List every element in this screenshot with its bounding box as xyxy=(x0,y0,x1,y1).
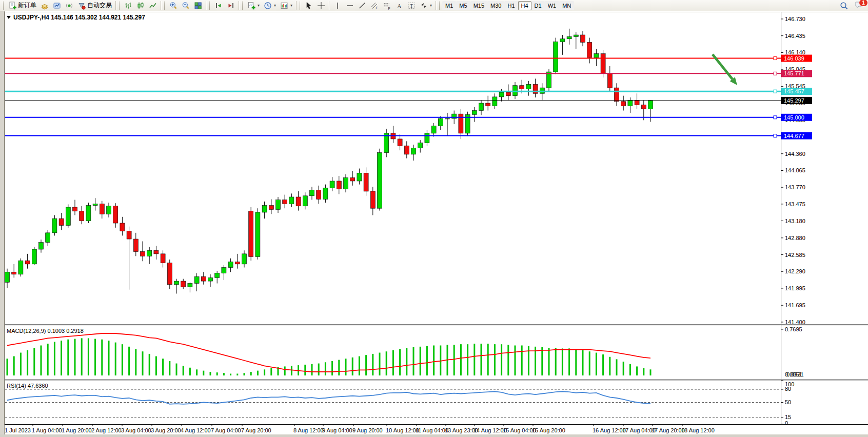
price-tick-label: 146.435 xyxy=(785,33,805,39)
vertical-line-button[interactable] xyxy=(331,1,344,11)
toolbar-grip xyxy=(209,2,211,10)
notifications-button[interactable]: 1 xyxy=(855,1,864,11)
auto-trading-label: 自动交易 xyxy=(87,1,112,10)
signals-button[interactable] xyxy=(63,1,75,11)
trendline-button[interactable] xyxy=(356,1,368,11)
zoom-out-button[interactable] xyxy=(180,1,192,11)
horizontal-line-button[interactable] xyxy=(344,1,356,11)
timeframe-m30-button[interactable]: M30 xyxy=(487,1,504,10)
candle-body xyxy=(276,200,281,210)
toolbar-grip xyxy=(119,2,121,10)
text-label-button[interactable]: T xyxy=(405,1,418,11)
hline-handle[interactable] xyxy=(774,134,777,137)
macd-scale-bottom: 0.0531 xyxy=(786,371,804,378)
toolbar-separator xyxy=(206,1,207,10)
candle-body xyxy=(249,211,253,257)
candle-body xyxy=(337,181,341,189)
toolbar-separator xyxy=(161,1,162,10)
rsi-scale-label: 15 xyxy=(785,414,791,420)
timeframe-m1-button[interactable]: M1 xyxy=(442,1,456,10)
chart-profile-button[interactable] xyxy=(38,1,51,11)
timeframe-h1-button[interactable]: H1 xyxy=(504,1,518,10)
candle-body xyxy=(262,206,267,212)
candle-body xyxy=(581,35,585,42)
candle-body xyxy=(615,88,619,102)
chart-title: USDJPY-,H4 145.146 145.302 144.921 145.2… xyxy=(7,14,145,21)
time-tick-label: 17 Aug 04:00 xyxy=(622,427,656,433)
period-button[interactable]: ▾ xyxy=(262,1,278,11)
cursor-button[interactable] xyxy=(303,1,315,11)
auto-scroll-button[interactable] xyxy=(212,1,225,11)
add-indicator-button[interactable]: ▾ xyxy=(245,1,262,11)
price-tick-label: 144.360 xyxy=(785,151,805,157)
timeframe-mn-button[interactable]: MN xyxy=(559,1,574,10)
timeframe-w1-button[interactable]: W1 xyxy=(545,1,560,10)
timeframe-m15-button[interactable]: M15 xyxy=(470,1,487,10)
hline-handle[interactable] xyxy=(774,116,777,119)
hline-handle[interactable] xyxy=(774,90,777,93)
toolbar-grip xyxy=(439,2,441,10)
time-tick-label: 31 Jul 2023 xyxy=(2,427,31,433)
candle-body xyxy=(215,273,220,278)
toolbar-separator xyxy=(436,1,437,10)
chevron-down-icon: ▾ xyxy=(274,3,276,8)
text-button[interactable]: A xyxy=(393,1,405,11)
candle-body xyxy=(113,206,118,223)
signals-icon xyxy=(65,2,73,10)
candle-body xyxy=(330,181,334,188)
candle-body xyxy=(32,249,36,264)
candle-body xyxy=(93,204,97,205)
price-tick-label: 141.695 xyxy=(785,302,805,308)
template-button[interactable]: ▾ xyxy=(278,1,294,11)
candle-body xyxy=(411,148,416,154)
toolbar-grip xyxy=(164,2,166,10)
chart-shift-button[interactable] xyxy=(225,1,237,11)
toolbar-separator xyxy=(239,1,240,10)
window-left-border xyxy=(0,11,5,437)
market-watch-button[interactable] xyxy=(51,1,63,11)
channel-icon: E xyxy=(370,2,379,10)
timeframe-h4-button[interactable]: H4 xyxy=(518,1,531,10)
line-chart-button[interactable] xyxy=(147,1,159,11)
zoom-in-button[interactable] xyxy=(167,1,180,11)
time-tick-label: 16 Aug 12:00 xyxy=(593,427,626,433)
new-order-button[interactable]: 新订单 xyxy=(6,1,38,11)
timeframe-m5-button[interactable]: M5 xyxy=(456,1,470,10)
candle-body xyxy=(560,39,565,42)
candle-body xyxy=(133,239,138,251)
price-tick-label: 141.995 xyxy=(785,285,805,291)
search-button[interactable] xyxy=(838,1,851,11)
auto-trading-button[interactable]: 自动交易 xyxy=(75,1,114,11)
macd-scale-top: 0.7695 xyxy=(785,326,802,332)
zoom-in-icon xyxy=(169,2,177,10)
candle-body xyxy=(378,153,382,209)
arrows-button[interactable]: ▾ xyxy=(418,1,434,11)
hline-handle[interactable] xyxy=(774,57,777,60)
time-tick-label: 9 Aug 20:00 xyxy=(352,427,383,433)
bar-chart-button[interactable] xyxy=(122,1,134,11)
price-tick-label: 144.065 xyxy=(785,167,805,173)
chart-canvas[interactable]: 146.730146.435146.140145.845145.545145.2… xyxy=(0,11,868,437)
candlestick-chart-icon xyxy=(136,2,145,10)
candle-body xyxy=(161,254,165,263)
candle-body xyxy=(25,261,30,264)
hline-handle[interactable] xyxy=(774,72,777,75)
tile-windows-button[interactable] xyxy=(192,1,204,11)
candle-body xyxy=(303,196,307,206)
market-watch-icon xyxy=(53,2,61,10)
candle-body xyxy=(201,276,206,281)
crosshair-button[interactable] xyxy=(315,1,327,11)
timeframe-d1-button[interactable]: D1 xyxy=(531,1,545,10)
candle-body xyxy=(235,262,240,264)
candle-body xyxy=(167,263,172,285)
time-tick-label: 1 Aug 20:00 xyxy=(62,427,92,433)
candle-body xyxy=(283,200,287,204)
price-label-text: 145.000 xyxy=(784,114,804,121)
channel-button[interactable]: E xyxy=(368,1,381,11)
candlestick-chart-button[interactable] xyxy=(134,1,147,11)
fibonacci-button[interactable]: F xyxy=(381,1,393,11)
price-label-text: 145.771 xyxy=(784,70,804,76)
text-label-icon: T xyxy=(407,2,416,10)
text-icon: A xyxy=(395,2,403,10)
candle-body xyxy=(431,126,436,133)
